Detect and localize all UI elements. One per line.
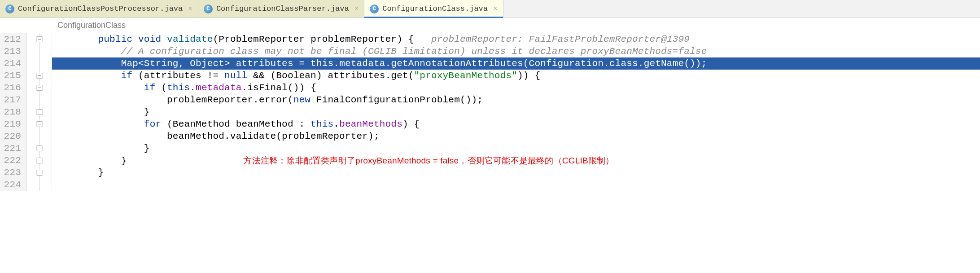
fold-handle-icon[interactable] <box>36 73 42 79</box>
tab-file-2[interactable]: C ConfigurationClassParser.java × <box>198 0 364 18</box>
code-line: if (attributes != null && (Boolean) attr… <box>52 70 980 82</box>
tab-label: ConfigurationClassParser.java <box>216 4 349 13</box>
code-line: for (BeanMethod beanMethod : this.beanMe… <box>52 118 980 130</box>
line-number: 212 <box>0 33 21 45</box>
line-number: 220 <box>0 130 21 142</box>
code-line-highlighted: Map<String, Object> attributes = this.me… <box>52 57 980 70</box>
fold-handle-icon[interactable] <box>36 121 42 127</box>
tab-label: ConfigurationClass.java <box>382 4 488 13</box>
tab-file-1[interactable]: C ConfigurationClassPostProcessor.java × <box>0 0 198 18</box>
line-number: 221 <box>0 142 21 154</box>
line-number: 223 <box>0 167 21 179</box>
code-area[interactable]: public void validate(ProblemReporter pro… <box>52 33 980 191</box>
fold-gutter <box>27 33 52 191</box>
code-line: public void validate(ProblemReporter pro… <box>52 33 980 45</box>
fold-handle-icon[interactable] <box>36 85 42 91</box>
tab-file-3[interactable]: C ConfigurationClass.java × <box>364 0 503 18</box>
code-line <box>52 179 980 191</box>
code-line: // A configuration class may not be fina… <box>52 45 980 57</box>
code-line: beanMethod.validate(problemReporter); <box>52 130 980 142</box>
fold-end-icon[interactable] <box>36 145 42 151</box>
code-line: } <box>52 142 980 154</box>
code-line: problemReporter.error(new FinalConfigura… <box>52 94 980 106</box>
line-number: 213 <box>0 45 21 57</box>
code-line: } <box>52 106 980 118</box>
fold-end-icon[interactable] <box>36 109 42 115</box>
line-number: 224 <box>0 179 21 191</box>
line-number: 214 <box>0 57 21 70</box>
code-line: }方法注释：除非配置类声明了proxyBeanMethods = false，否… <box>52 154 980 167</box>
close-icon[interactable]: × <box>493 5 498 13</box>
close-icon[interactable]: × <box>188 5 192 13</box>
code-line: } <box>52 167 980 179</box>
line-number-gutter: 212 213 214 215 216 217 218 219 220 221 … <box>0 33 27 191</box>
code-line: if (this.metadata.isFinal()) { <box>52 82 980 94</box>
java-class-icon: C <box>370 4 379 13</box>
line-number: 222 <box>0 154 21 167</box>
line-number: 218 <box>0 106 21 118</box>
line-number: 219 <box>0 118 21 130</box>
line-number: 215 <box>0 70 21 82</box>
fold-handle-icon[interactable] <box>36 36 42 42</box>
annotation-text: 方法注释：除非配置类声明了proxyBeanMethods = false，否则… <box>243 156 614 165</box>
java-class-icon: C <box>5 4 14 13</box>
code-editor[interactable]: 212 213 214 215 216 217 218 219 220 221 … <box>0 33 980 191</box>
fold-end-icon[interactable] <box>36 170 42 176</box>
fold-end-icon[interactable] <box>36 158 42 163</box>
line-number: 217 <box>0 94 21 106</box>
tab-bar: C ConfigurationClassPostProcessor.java ×… <box>0 0 980 18</box>
java-class-icon: C <box>204 4 213 13</box>
close-icon[interactable]: × <box>354 5 359 13</box>
line-number: 216 <box>0 82 21 94</box>
tab-label: ConfigurationClassPostProcessor.java <box>18 4 183 13</box>
breadcrumb[interactable]: ConfigurationClass <box>0 18 980 33</box>
